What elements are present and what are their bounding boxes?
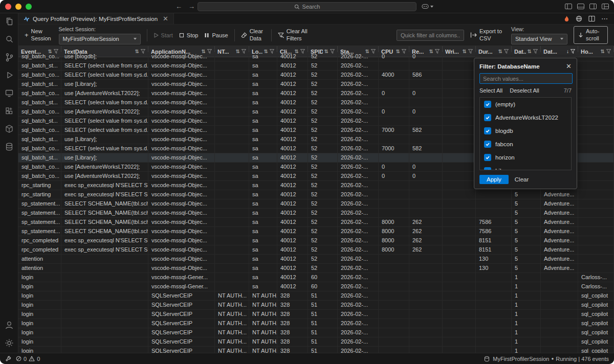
filter-search-input[interactable] [479,73,573,84]
table-cell: 1 [512,282,541,291]
command-center-search[interactable]: Search [198,2,416,11]
maximize-window-button[interactable] [26,4,32,10]
table-cell: sa [249,172,277,180]
table-row[interactable]: loginvscode-mssql-Gener...sa40012602026-… [18,282,614,291]
deselect-all-button[interactable]: Deselect All [510,87,539,94]
pause-button[interactable]: Pause [204,32,228,38]
quick-filter-input[interactable] [397,30,464,41]
table-cell: vscode-mssql-Gener... [148,282,215,291]
table-cell [215,172,249,180]
table-cell [61,282,148,291]
session-status[interactable]: MyFirstProfilerSession ● Running | 476 e… [493,356,609,362]
table-row[interactable]: loginSQLServerCEIPNT AUTH...NT AUTH...32… [18,337,614,347]
stop-button[interactable]: Stop [179,32,199,38]
table-cell [578,190,614,199]
split-editor-icon[interactable] [588,15,595,22]
table-row[interactable]: rpc_startingexec sp_executesql N'SELECT … [18,190,614,199]
table-row[interactable]: rpc_completedexec sp_executesql N'SELECT… [18,245,614,255]
session-select[interactable]: MyFirstProfilerSession [59,34,141,44]
clear-all-filters-button[interactable]: Clear All Filters [278,28,310,42]
table-row[interactable]: loginSQLServerCEIPNT AUTH...NT AUTH...32… [18,319,614,328]
apply-button[interactable]: Apply [479,175,509,184]
navigate-back-icon[interactable]: ← [176,3,182,11]
start-button[interactable]: Start [154,32,173,38]
package-icon[interactable] [4,123,15,134]
table-cell: vscode-mssql-Objec... [148,264,215,272]
flame-icon[interactable] [564,15,569,22]
table-row[interactable]: sp_statement...SELECT SCHEMA_NAME(tbl.sc… [18,227,614,236]
problems-indicator[interactable]: 0 0 [16,356,40,362]
source-control-icon[interactable] [4,52,15,63]
settings-gear-icon[interactable] [4,337,15,349]
filter-option[interactable]: horizon [480,151,571,164]
table-cell [409,347,443,353]
extensions-icon[interactable] [4,105,15,117]
filter-option[interactable]: AdventureWorksLT2022 [480,111,571,124]
checkbox-checked-icon[interactable] [484,127,491,134]
filter-option[interactable]: (empty) [480,98,571,111]
copilot-menu[interactable] [422,4,433,9]
table-row[interactable]: loginSQLServerCEIPNT AUTH...NT AUTH...32… [18,291,614,301]
new-session-button[interactable]: + New Session [25,28,53,42]
table-row[interactable]: rpc_completedexec sp_executesql N'SELECT… [18,236,614,245]
checkbox-checked-icon[interactable] [484,101,491,108]
table-cell: Adventure... [541,218,578,226]
table-row[interactable]: loginSQLServerCEIPNT AUTH...NT AUTH...32… [18,310,614,319]
tab-query-profiler[interactable]: Query Profiler (Preview): MyFirstProfile… [18,13,174,24]
table-cell [541,291,578,300]
table-row[interactable]: attentionvscode-mssql-Objec...sa40012522… [18,255,614,264]
clear-button[interactable]: Clear [515,176,529,183]
table-row[interactable]: loginSQLServerCEIPNT AUTH...NT AUTH...32… [18,301,614,310]
checkbox-checked-icon[interactable] [484,154,491,161]
checkbox-checked-icon[interactable] [484,114,491,121]
table-row[interactable]: loginSQLServerCEIPNT AUTH...NT AUTH...32… [18,328,614,337]
select-all-button[interactable]: Select All [479,87,502,94]
view-select[interactable]: Standard View [511,34,567,44]
globe-icon[interactable] [576,15,582,22]
warnings-icon [29,356,35,361]
table-row[interactable]: loginvscode-mssql-Gener...sa40012602026-… [18,273,614,282]
account-icon[interactable] [4,320,15,331]
plus-icon: + [25,31,29,39]
navigate-forward-icon[interactable]: → [188,3,195,11]
filter-option[interactable]: Library [480,164,571,170]
pause-icon [204,33,209,38]
table-cell [61,347,148,353]
explorer-icon[interactable] [4,16,15,27]
table-cell: 7000 [379,126,409,134]
database-icon[interactable] [4,141,15,152]
close-window-button[interactable] [5,4,11,10]
toggle-sidebar-right-icon[interactable] [589,4,597,9]
minimize-window-button[interactable] [15,4,21,10]
filter-option[interactable]: blogdb [480,124,571,138]
close-tab-icon[interactable]: ✕ [163,15,168,22]
close-popup-icon[interactable]: ✕ [566,62,572,70]
clear-data-button[interactable]: Clear Data [241,28,265,42]
table-row[interactable]: loginSQLServerCEIPNT AUTH...NT AUTH...32… [18,347,614,353]
customize-layout-icon[interactable] [602,4,609,9]
toggle-panel-icon[interactable] [577,4,584,9]
export-icon [470,32,477,38]
filter-option-label: AdventureWorksLT2022 [495,115,558,121]
table-row[interactable]: attentionvscode-mssql-Objec...sa40012522… [18,264,614,273]
table-cell: vscode-mssql-Objec... [148,209,215,217]
remote-explorer-icon[interactable] [4,87,15,99]
table-row[interactable]: sp_statement...SELECT SCHEMA_NAME(tbl.sc… [18,199,614,209]
table-cell: 51 [308,319,338,328]
table-row[interactable]: sp_statement...SELECT SCHEMA_NAME(tbl.sc… [18,209,614,218]
more-actions-icon[interactable]: ⋯ [601,17,608,21]
table-cell: 2026-02-... [338,190,379,199]
search-sidebar-icon[interactable] [4,34,15,45]
tools-icon[interactable] [5,356,11,362]
checkbox-checked-icon[interactable] [484,141,491,148]
table-cell [476,347,512,353]
run-debug-icon[interactable] [4,70,15,81]
table-cell: sql_batch_co... [18,172,61,180]
table-cell: 2026-02-... [338,80,379,88]
toggle-sidebar-left-icon[interactable] [565,4,572,9]
export-to-csv-button[interactable]: Export to CSV [470,28,505,42]
table-row[interactable]: sp_statement...SELECT SCHEMA_NAME(tbl.sc… [18,218,614,227]
auto-scroll-toggle[interactable]: Auto-scroll [574,26,608,44]
filter-option[interactable]: fabcon [480,138,571,151]
table-cell: 52 [308,236,338,245]
